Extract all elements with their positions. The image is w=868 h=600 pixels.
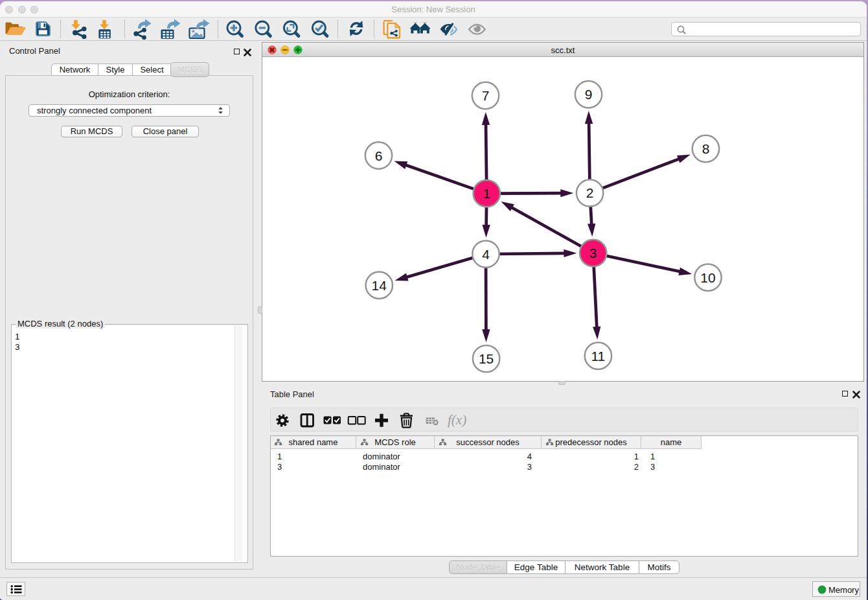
svg-text:6: 6 (375, 148, 383, 163)
svg-text:2: 2 (586, 185, 594, 200)
svg-text:14: 14 (372, 278, 387, 293)
svg-text:3: 3 (589, 246, 597, 260)
svg-text:11: 11 (591, 349, 605, 363)
svg-text:9: 9 (585, 87, 593, 102)
svg-text:7: 7 (482, 88, 490, 103)
svg-text:10: 10 (700, 270, 715, 285)
svg-text:4: 4 (482, 247, 490, 262)
svg-text:15: 15 (479, 351, 494, 366)
svg-text:8: 8 (702, 141, 710, 156)
svg-text:1: 1 (483, 186, 490, 201)
